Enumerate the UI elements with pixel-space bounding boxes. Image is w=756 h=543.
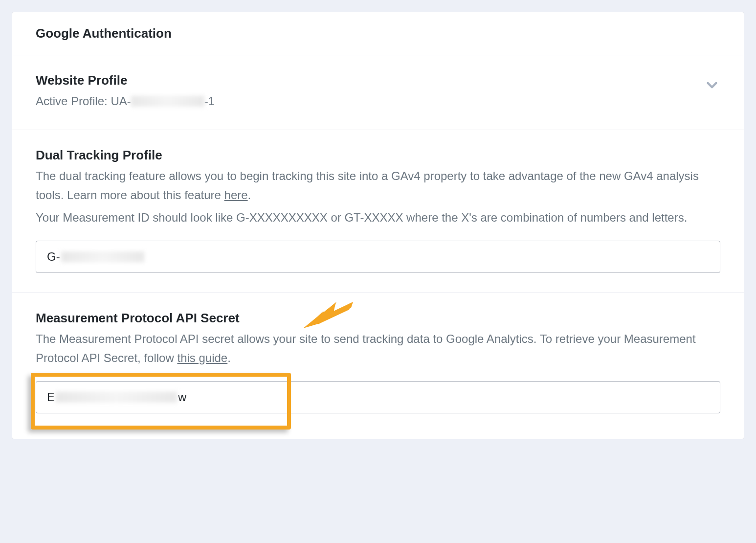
dual-tracking-section: Dual Tracking Profile The dual tracking … — [12, 130, 744, 293]
website-profile-section: Website Profile Active Profile: UA- -1 — [12, 55, 744, 130]
api-secret-description: The Measurement Protocol API secret allo… — [36, 330, 720, 367]
website-profile-title: Website Profile — [36, 73, 215, 88]
dual-tracking-description-2: Your Measurement ID should look like G-X… — [36, 208, 720, 227]
panel-header: Google Authentication — [12, 12, 744, 55]
chevron-down-icon[interactable] — [704, 77, 720, 93]
api-secret-section: Measurement Protocol API Secret The M — [12, 293, 744, 439]
api-secret-input[interactable]: E w — [36, 381, 720, 413]
dual-tracking-learn-more-link[interactable]: here — [224, 188, 248, 202]
redacted-measurement-id — [61, 251, 144, 262]
active-profile-prefix: Active Profile: UA- — [36, 92, 131, 110]
redacted-profile-id — [131, 96, 204, 107]
dual-tracking-title: Dual Tracking Profile — [36, 148, 720, 163]
redacted-api-secret — [56, 392, 177, 403]
api-secret-guide-link[interactable]: this guide — [177, 351, 227, 364]
dual-tracking-description-1: The dual tracking feature allows you to … — [36, 167, 720, 204]
active-profile-suffix: -1 — [204, 92, 215, 110]
google-auth-panel: Google Authentication Website Profile Ac… — [12, 12, 744, 439]
panel-title: Google Authentication — [36, 26, 720, 41]
active-profile-text: Active Profile: UA- -1 — [36, 92, 215, 110]
api-secret-title: Measurement Protocol API Secret — [36, 311, 720, 326]
measurement-id-input[interactable]: G- — [36, 241, 720, 273]
